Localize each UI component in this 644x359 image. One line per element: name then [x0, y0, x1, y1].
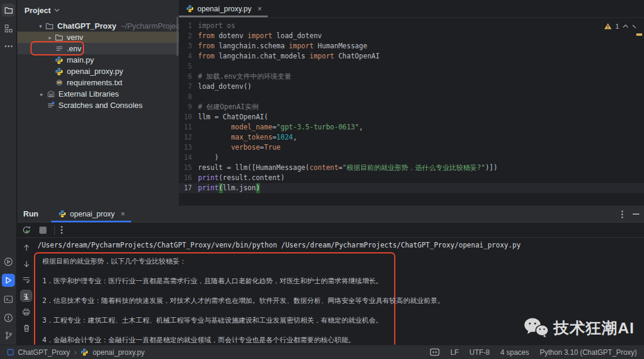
- code-line[interactable]: 2from dotenv import load_dotenv: [179, 31, 644, 41]
- down-stacktrace-icon[interactable]: [21, 258, 32, 269]
- code-line[interactable]: 1import os: [179, 21, 644, 31]
- python-file-icon: [54, 67, 64, 76]
- tree-item-main-py[interactable]: main.py: [17, 54, 179, 66]
- code-line[interactable]: 17print(llm.json): [179, 183, 644, 193]
- git-icon[interactable]: [2, 329, 15, 342]
- libraries-icon: [46, 89, 55, 99]
- code-line[interactable]: 13 verbose=True: [179, 143, 644, 153]
- clear-all-icon[interactable]: [21, 323, 32, 333]
- close-icon[interactable]: ×: [258, 4, 262, 13]
- ai-assistant-icon[interactable]: [430, 348, 439, 356]
- watermark-text: 技术狂潮AI: [553, 318, 634, 339]
- status-line-ending[interactable]: LF: [450, 348, 459, 357]
- rerun-icon[interactable]: [21, 225, 32, 236]
- print-icon[interactable]: [21, 307, 32, 317]
- soft-wrap-icon[interactable]: [21, 274, 32, 285]
- tab-label: openai_proxy: [70, 210, 114, 218]
- tree-item-external-libraries[interactable]: ▸ External Libraries: [17, 88, 179, 100]
- console-toolbar: [17, 239, 35, 345]
- tree-item-venv[interactable]: ▸ venv: [17, 32, 179, 43]
- up-stacktrace-icon[interactable]: [21, 242, 32, 253]
- wechat-icon: [524, 317, 549, 339]
- line-number: 8: [179, 92, 198, 102]
- status-encoding[interactable]: UTF-8: [469, 348, 490, 357]
- project-tree: ▾ ChatGPT_Proxy ~/PycharmProjects/ChatGP…: [17, 20, 179, 111]
- project-folder-icon[interactable]: [2, 4, 15, 17]
- line-number: 4: [179, 51, 198, 61]
- services-icon[interactable]: [2, 255, 15, 268]
- problems-icon[interactable]: [2, 311, 15, 324]
- tree-item-env[interactable]: .env: [17, 43, 179, 54]
- console-output-line: 3．工程专业：建筑工程、土木工程、机械工程等专业与基础设施建设和工业发展密切相关…: [42, 315, 387, 326]
- run-panel-header: Run openai_proxy ×: [17, 206, 644, 222]
- run-panel-title: Run: [23, 209, 38, 218]
- project-panel: Project ▾ ChatGPT_Proxy ~/PycharmProject…: [17, 0, 179, 206]
- chevron-expanded-icon[interactable]: ▾: [36, 23, 45, 29]
- status-file[interactable]: openai_proxy.py: [92, 348, 144, 357]
- tab-label: openai_proxy.py: [197, 5, 252, 13]
- project-scrollbar[interactable]: [177, 17, 178, 56]
- tree-item-scratches[interactable]: Scratches and Consoles: [17, 100, 179, 111]
- tool-window-stripe: [0, 0, 17, 345]
- code-line[interactable]: 8: [179, 92, 644, 102]
- line-number: 15: [179, 163, 198, 173]
- options-menu-icon[interactable]: [621, 211, 623, 218]
- tab-openai-proxy-py[interactable]: openai_proxy.py ×: [179, 0, 268, 17]
- code-line[interactable]: 10llm = ChatOpenAI(: [179, 112, 644, 122]
- code-line[interactable]: 14 ): [179, 153, 644, 163]
- status-project[interactable]: ChatGPT_Proxy: [18, 348, 70, 357]
- stop-icon[interactable]: [38, 225, 48, 236]
- run-tab-openai-proxy[interactable]: openai_proxy ×: [51, 206, 131, 222]
- editor-tab-bar: openai_proxy.py ×: [179, 0, 644, 18]
- line-number: 12: [179, 132, 198, 143]
- tree-item-project-root[interactable]: ▾ ChatGPT_Proxy ~/PycharmProjects/ChatGP…: [17, 20, 179, 32]
- code-line[interactable]: 4from langchain.chat_models import ChatO…: [179, 51, 644, 61]
- scrollbar-warning-mark[interactable]: [636, 33, 642, 36]
- code-line[interactable]: 11 model_name="gpt-3.5-turbo-0613",: [179, 122, 644, 132]
- code-line[interactable]: 6# 加载.env文件中的环境变量: [179, 72, 644, 82]
- more-tools-icon[interactable]: [2, 39, 15, 52]
- breadcrumb-separator: ›: [74, 348, 76, 357]
- status-interpreter[interactable]: Python 3.10 (ChatGPT_Proxy): [540, 348, 637, 357]
- chevron-collapsed-icon[interactable]: ▸: [46, 35, 54, 41]
- line-number: 9: [179, 102, 198, 112]
- code-line[interactable]: 15result = llm([HumanMessage(content="根据…: [179, 163, 644, 173]
- status-indent[interactable]: 4 spaces: [500, 348, 529, 357]
- pycharm-window: Project ▾ ChatGPT_Proxy ~/PycharmProject…: [0, 0, 644, 359]
- output-annotation-box: 根据目前的就业形势，以下几个专业比较稳妥：1．医学和护理专业：医疗行业一直都是高…: [34, 252, 395, 350]
- close-icon[interactable]: ×: [120, 209, 125, 218]
- folder-icon: [54, 33, 64, 42]
- console-command-line: /Users/dream/PycharmProjects/ChatGPT_Pro…: [38, 240, 644, 250]
- code-line[interactable]: 9# 创建OpenAI实例: [179, 102, 644, 112]
- code-line[interactable]: 16print(result.content): [179, 173, 644, 183]
- line-number: 5: [179, 61, 198, 72]
- code-line[interactable]: 7load_dotenv(): [179, 82, 644, 92]
- tree-item-openai-proxy-py[interactable]: openai_proxy.py: [17, 66, 179, 77]
- run-icon[interactable]: [2, 274, 15, 287]
- line-number: 17: [179, 183, 198, 193]
- chevron-down-icon: [54, 8, 60, 12]
- hide-panel-icon[interactable]: [633, 213, 639, 215]
- tree-item-requirements-txt[interactable]: requirements.txt: [17, 77, 179, 88]
- python-file-icon: [186, 5, 194, 13]
- status-bar: ChatGPT_Proxy › openai_proxy.py LF UTF-8…: [0, 345, 644, 359]
- line-number: 6: [179, 72, 198, 82]
- line-number: 13: [179, 143, 198, 153]
- watermark: 技术狂潮AI: [524, 317, 634, 339]
- structure-icon[interactable]: [2, 21, 15, 35]
- folder-icon: [45, 21, 54, 31]
- project-panel-header[interactable]: Project: [17, 0, 179, 20]
- scroll-to-end-icon[interactable]: [21, 290, 32, 301]
- python-file-icon: [58, 210, 66, 218]
- code-line[interactable]: 3from langchain.schema import HumanMessa…: [179, 41, 644, 51]
- line-number: 11: [179, 122, 198, 132]
- requirements-package-icon: [54, 78, 64, 88]
- code-line[interactable]: 12 max_tokens=1024,: [179, 132, 644, 143]
- code-area[interactable]: 1import os2from dotenv import load_doten…: [179, 21, 644, 193]
- line-number: 16: [179, 173, 198, 183]
- code-line[interactable]: 5: [179, 61, 644, 72]
- chevron-collapsed-icon[interactable]: ▸: [38, 91, 46, 97]
- terminal-icon[interactable]: [2, 293, 15, 306]
- text-file-icon: [54, 44, 64, 54]
- more-options-icon[interactable]: [61, 226, 63, 234]
